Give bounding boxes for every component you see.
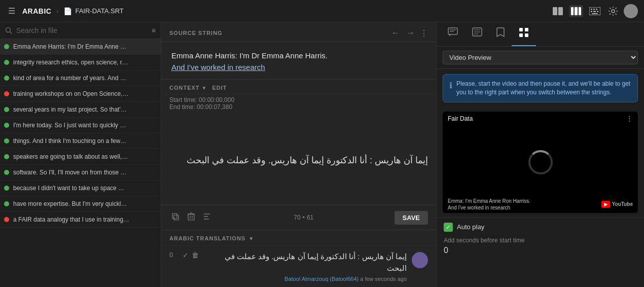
topbar-icons [551, 4, 638, 18]
delete-button[interactable] [186, 210, 197, 225]
context-chevron-icon: ▼ [202, 85, 207, 91]
file-name: FAIR-DATA.SRT [75, 7, 123, 15]
string-list: Emma Anne Harris: I'm Dr Emma Anne … int… [0, 39, 161, 287]
list-item[interactable]: kind of area for a number of years. And … [0, 70, 161, 86]
edit-label[interactable]: EDIT [212, 85, 227, 91]
svg-rect-12 [592, 13, 598, 14]
main-layout: ≡ Emma Anne Harris: I'm Dr Emma Anne … i… [0, 22, 644, 287]
status-dot [4, 76, 9, 81]
keyboard-button[interactable] [587, 5, 602, 17]
translation-area[interactable]: إيما آن هاريس : أنا الدكتورة إيما آن هار… [161, 116, 436, 205]
source-text-part1: Emma Anne Harris: I'm Dr Emma Anne Harri… [171, 51, 328, 60]
arabic-translations-header: ARABIC TRANSLATIONS ▼ [161, 230, 436, 245]
source-text-part2: And I've worked in research [171, 63, 265, 71]
svg-point-13 [612, 10, 615, 13]
layout1-button[interactable] [551, 5, 565, 17]
bookmark-icon [496, 27, 505, 38]
translation-content: إيما آن هاريس : أنا الدكتورة إيما آن هار… [204, 251, 407, 282]
tab-bookmark[interactable] [489, 22, 512, 46]
translation-text[interactable]: إيما آن هاريس : أنا الدكتورة إيما آن هار… [169, 153, 428, 168]
tab-chat[interactable] [441, 22, 465, 46]
autoplay-checkbox[interactable]: ✓ [444, 223, 453, 232]
source-nav: ← → ⋮ [389, 27, 428, 39]
status-dot [4, 138, 9, 144]
list-item[interactable]: Emma Anne Harris: I'm Dr Emma Anne … [0, 39, 161, 55]
list-item[interactable]: a FAIR data analogy that I use in traini… [0, 212, 161, 228]
svg-rect-9 [591, 11, 592, 12]
file-icon: 📄 [63, 7, 72, 15]
item-text: speakers are going to talk about as well… [13, 153, 128, 160]
delete-icon [188, 212, 195, 221]
contributor-link[interactable]: Batool Almarzouq (Batool664) [284, 276, 359, 282]
svg-rect-6 [591, 9, 592, 10]
list-item[interactable]: speakers are going to talk about as well… [0, 149, 161, 165]
youtube-logo: ▶ YouTube [601, 201, 633, 208]
format-button[interactable] [201, 210, 213, 225]
prev-string-button[interactable]: ← [389, 27, 402, 39]
translation-meta: Batool Almarzouq (Batool664) a few secon… [284, 276, 407, 282]
next-string-button[interactable]: → [405, 27, 417, 39]
caption-line2: And I've worked in research [448, 204, 530, 211]
avatar[interactable] [624, 4, 638, 18]
arabic-translations-label: ARABIC TRANSLATIONS [169, 235, 245, 241]
seconds-value[interactable]: 0 [444, 246, 637, 255]
delete-translation-button[interactable]: 🗑 [192, 251, 199, 259]
svg-rect-17 [172, 213, 177, 219]
list-item[interactable]: software. So I'll, I'll move on from tho… [0, 165, 161, 181]
search-input[interactable] [16, 26, 148, 34]
list-item[interactable]: integrity research ethics, open science,… [0, 55, 161, 70]
menu-button[interactable]: ☰ [6, 4, 17, 18]
list-item[interactable]: several years in my last project. So tha… [0, 102, 161, 118]
arabic-translations-chevron-icon: ▼ [248, 236, 254, 241]
layout1-icon [553, 7, 563, 15]
tab-list[interactable] [465, 22, 489, 46]
autoplay-section: ✓ Auto play Add seconds before start tim… [437, 217, 644, 260]
svg-rect-2 [571, 7, 574, 15]
layout2-icon [571, 7, 581, 15]
list-item[interactable]: I'm here today. So I just want to quickl… [0, 118, 161, 133]
svg-rect-36 [525, 33, 528, 37]
info-banner: ℹ Please, start the video and then pause… [443, 74, 638, 102]
youtube-text: YouTube [612, 201, 633, 207]
status-dot [4, 60, 9, 65]
copy-button[interactable] [169, 210, 182, 225]
svg-rect-10 [593, 11, 596, 12]
item-text: Emma Anne Harris: I'm Dr Emma Anne … [13, 43, 126, 50]
list-item[interactable]: things. And I think I'm touching on a fe… [0, 133, 161, 149]
video-caption-text: Emma: I'm Emma Anne Ron Harriss. And I'v… [448, 198, 530, 211]
accept-translation-button[interactable]: ✓ [183, 251, 189, 259]
right-tabs [437, 22, 644, 47]
svg-rect-35 [519, 33, 523, 37]
source-more-button[interactable]: ⋮ [420, 28, 428, 38]
video-more-button[interactable]: ⋮ [626, 115, 633, 123]
item-text: software. So I'll, I'll move on from tho… [13, 169, 126, 176]
svg-rect-3 [575, 7, 578, 15]
video-container[interactable]: Fair Data ⋮ Emma: I'm Emma Anne Ron Harr… [443, 112, 638, 213]
video-preview-select[interactable]: Video Preview [443, 51, 638, 64]
status-dot [4, 170, 9, 175]
svg-rect-4 [579, 7, 581, 15]
translation-item: 0 ✓ 🗑 إيما آن هاريس : أنا الدكتورة إيما … [161, 245, 436, 287]
center-panel: SOURCE STRING ← → ⋮ Emma Anne Harris: I'… [161, 22, 436, 287]
tab-grid[interactable] [512, 22, 536, 46]
context-details: Start time: 00:00:00,000 End time: 00:00… [161, 94, 436, 116]
settings-button[interactable] [606, 5, 620, 18]
translation-num: 0 [169, 251, 177, 259]
status-dot [4, 91, 9, 96]
info-icon: ℹ [449, 80, 452, 97]
footer-actions [169, 210, 213, 225]
char-count-src: 70 [294, 214, 300, 221]
filter-button[interactable]: ≡ [152, 26, 156, 34]
status-dot [4, 123, 9, 128]
video-caption-bar: Emma: I'm Emma Anne Ron Harriss. And I'v… [443, 195, 638, 213]
list-item[interactable]: training workshops on on Open Science,… [0, 86, 161, 102]
list-item[interactable]: have more expertise. But I'm very quickl… [0, 196, 161, 212]
layout2-button[interactable] [569, 5, 583, 17]
save-button[interactable]: SAVE [395, 211, 428, 225]
list-item[interactable]: because I didn't want to take up space … [0, 181, 161, 196]
context-label[interactable]: CONTEXT ▼ [169, 85, 207, 91]
item-text: integrity research ethics, open science,… [13, 59, 128, 66]
breadcrumb-arrow: › [56, 8, 58, 15]
svg-rect-18 [188, 214, 194, 220]
video-loading-spinner [528, 150, 553, 174]
